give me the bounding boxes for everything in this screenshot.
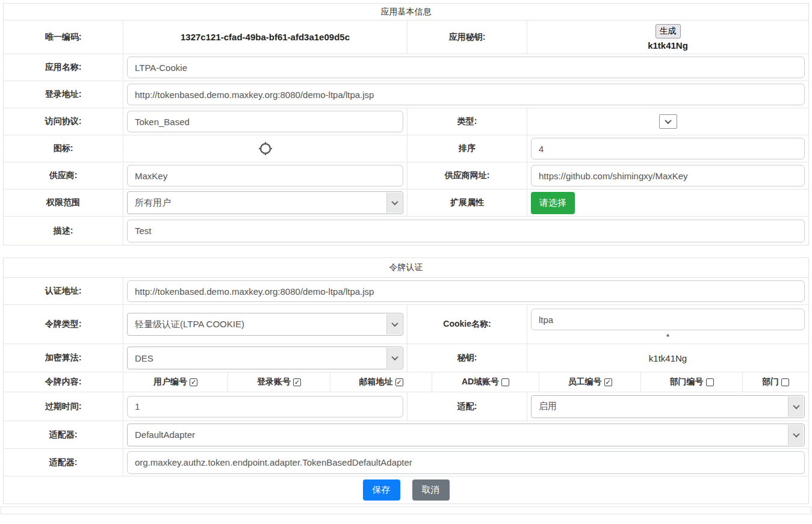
algorithm-label: 加密算法: xyxy=(4,344,123,372)
token-type-label: 令牌类型: xyxy=(4,305,123,344)
adapter-select-value: DefaultAdapter xyxy=(135,430,195,440)
ext-attr-select-button[interactable]: 请选择 xyxy=(531,192,575,214)
auth-url-label: 认证地址: xyxy=(4,278,123,304)
token-item-employee: 员工编号 xyxy=(539,372,641,392)
unique-code-label: 唯一编码: xyxy=(4,20,123,54)
unique-code-cell: 1327c121-cfad-49ba-bf61-afd3a1e09d5c xyxy=(123,20,408,54)
dept-checkbox[interactable] xyxy=(781,378,789,386)
vendor-url-input[interactable] xyxy=(531,165,805,186)
token-auth-title: 令牌认证 xyxy=(4,258,808,278)
basic-info-panel: 应用基本信息 唯一编码: 1327c121-cfad-49ba-bf61-afd… xyxy=(3,3,809,245)
token-item-dept: 部门 xyxy=(743,372,808,392)
category-select[interactable] xyxy=(659,114,677,129)
employee-checkbox[interactable] xyxy=(604,378,612,386)
cookie-name-label: Cookie名称: xyxy=(408,305,527,344)
chevron-down-icon xyxy=(793,402,799,408)
token-item-deptno: 部门编号 xyxy=(641,372,743,392)
token-type-select[interactable]: 轻量级认证(LTPA COOKIE) xyxy=(127,313,403,336)
cancel-button[interactable]: 取消 xyxy=(412,479,450,501)
app-name-row: 应用名称: xyxy=(4,54,808,81)
secret-label: 秘钥: xyxy=(408,344,527,372)
login-checkbox[interactable] xyxy=(293,378,301,386)
icon-cell xyxy=(123,135,408,162)
basic-info-title: 应用基本信息 xyxy=(4,4,808,20)
token-item-userid: 用户编号 xyxy=(123,372,228,392)
auth-url-input[interactable] xyxy=(127,280,805,302)
generate-button[interactable]: 生成 xyxy=(655,24,681,39)
scope-select[interactable]: 所有用户 xyxy=(127,191,403,214)
deptno-checkbox[interactable] xyxy=(706,378,714,386)
chevron-down-icon xyxy=(665,117,671,124)
login-url-input[interactable] xyxy=(127,84,805,105)
adapter-class-input[interactable] xyxy=(127,451,805,474)
token-content-label: 令牌内容: xyxy=(4,372,123,392)
token-item-login: 登录账号 xyxy=(228,372,330,392)
token-item-addomain: AD域账号 xyxy=(432,372,539,392)
protocol-input[interactable] xyxy=(127,111,403,132)
icon-row: 图标: 排序 xyxy=(4,135,808,162)
vendor-url-label: 供应商网址: xyxy=(408,162,527,189)
description-row: 描述: xyxy=(4,217,808,245)
expires-row: 过期时间: 适配: 启用 xyxy=(4,392,808,421)
algorithm-select[interactable]: DES xyxy=(127,347,403,369)
chevron-down-icon xyxy=(391,320,398,327)
login-url-label: 登录地址: xyxy=(4,81,123,108)
token-item-email: 邮箱地址 xyxy=(330,372,432,392)
app-secret-value: k1tk41Ng xyxy=(648,40,688,51)
chevron-down-icon xyxy=(793,430,799,437)
adapt-select-value: 启用 xyxy=(539,401,557,412)
scope-row: 权限范围 所有用户 扩展属性 请选择 xyxy=(4,190,808,217)
adapter-class-label: 适配器: xyxy=(4,449,123,476)
unique-code-row: 唯一编码: 1327c121-cfad-49ba-bf61-afd3a1e09d… xyxy=(4,20,808,54)
chevron-down-icon xyxy=(391,199,398,205)
protocol-row: 访问协议: 类型: xyxy=(4,108,808,135)
adapt-select[interactable]: 启用 xyxy=(531,395,805,418)
adapter-class-row: 适配器: xyxy=(4,449,808,476)
protocol-label: 访问协议: xyxy=(4,108,123,135)
scope-select-value: 所有用户 xyxy=(135,197,171,209)
adapt-label: 适配: xyxy=(408,392,527,421)
token-type-select-value: 轻量级认证(LTPA COOKIE) xyxy=(135,319,244,330)
required-mark: * xyxy=(666,333,669,341)
app-secret-label: 应用秘钥: xyxy=(408,20,527,54)
actions-row: 保存 取消 xyxy=(4,476,808,504)
auth-url-row: 认证地址: xyxy=(4,278,808,305)
app-name-label: 应用名称: xyxy=(4,54,123,81)
sort-input[interactable] xyxy=(531,138,805,159)
algorithm-row: 加密算法: DES 秘钥: k1tk41Ng xyxy=(4,344,808,372)
login-url-row: 登录地址: xyxy=(4,81,808,108)
cookie-name-input[interactable] xyxy=(531,309,805,330)
description-input[interactable] xyxy=(127,220,805,242)
adapter-select-row: 适配器: DefaultAdapter xyxy=(4,421,808,449)
icon-label: 图标: xyxy=(4,135,123,162)
vendor-row: 供应商: 供应商网址: xyxy=(4,162,808,190)
empty-footer-bar xyxy=(1,507,811,514)
description-label: 描述: xyxy=(4,217,123,245)
algorithm-select-value: DES xyxy=(135,353,153,363)
chevron-down-icon xyxy=(391,354,398,360)
category-label: 类型: xyxy=(408,108,527,135)
vendor-input[interactable] xyxy=(127,165,403,186)
expires-input[interactable] xyxy=(127,396,403,418)
unique-code-value: 1327c121-cfad-49ba-bf61-afd3a1e09d5c xyxy=(181,32,350,42)
token-content-row: 令牌内容: 用户编号 登录账号 邮箱地址 AD域账号 员工编号 部门编号 部门 xyxy=(4,372,808,392)
ext-attr-label: 扩展属性 xyxy=(408,190,527,216)
app-secret-cell: 生成 k1tk41Ng xyxy=(527,20,808,54)
addomain-checkbox[interactable] xyxy=(501,378,509,386)
scope-label: 权限范围 xyxy=(4,190,123,216)
app-name-input[interactable] xyxy=(127,57,805,78)
sort-label: 排序 xyxy=(408,135,527,162)
token-type-row: 令牌类型: 轻量级认证(LTPA COOKIE) Cookie名称: * xyxy=(4,305,808,344)
adapter-select-label: 适配器: xyxy=(4,421,123,448)
broken-image-icon xyxy=(127,141,403,156)
expires-label: 过期时间: xyxy=(4,392,123,421)
token-auth-panel: 令牌认证 认证地址: 令牌类型: 轻量级认证(LTPA COOKIE) Cook… xyxy=(3,257,809,504)
email-checkbox[interactable] xyxy=(395,378,403,386)
userid-checkbox[interactable] xyxy=(190,378,197,386)
adapter-select[interactable]: DefaultAdapter xyxy=(127,424,805,446)
save-button[interactable]: 保存 xyxy=(363,479,400,501)
vendor-label: 供应商: xyxy=(4,162,123,189)
secret-value: k1tk41Ng xyxy=(649,353,687,363)
